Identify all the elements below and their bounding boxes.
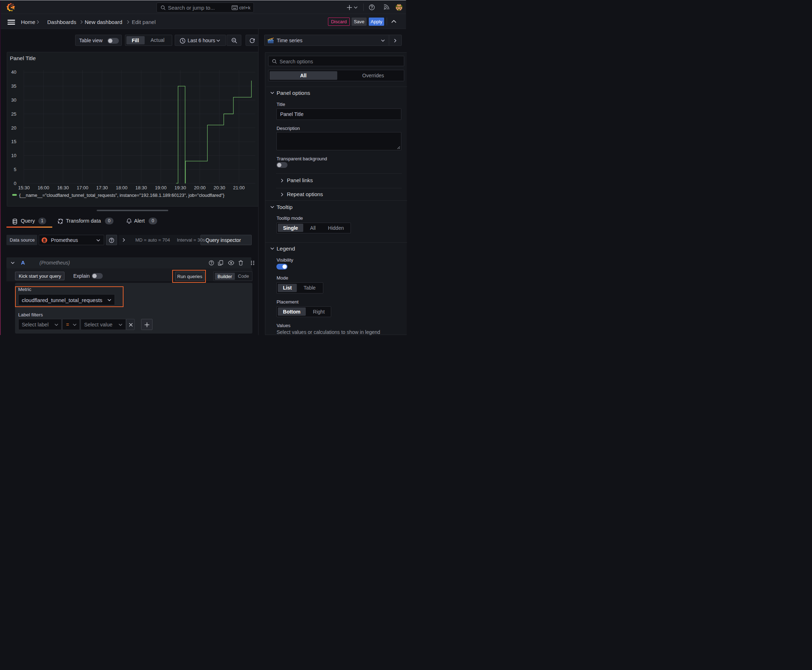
svg-text:25: 25 — [11, 111, 16, 117]
svg-text:0: 0 — [14, 181, 17, 186]
svg-text:19:30: 19:30 — [175, 185, 186, 190]
svg-text:40: 40 — [11, 69, 16, 75]
svg-text:20: 20 — [11, 125, 16, 130]
svg-text:18:30: 18:30 — [135, 185, 147, 190]
svg-text:19:00: 19:00 — [155, 185, 167, 190]
svg-text:18:00: 18:00 — [116, 185, 127, 190]
svg-text:35: 35 — [11, 83, 16, 89]
svg-text:20:00: 20:00 — [194, 185, 206, 190]
svg-text:5: 5 — [14, 167, 17, 172]
svg-text:16:00: 16:00 — [37, 185, 49, 190]
svg-text:17:00: 17:00 — [76, 185, 88, 190]
svg-text:15: 15 — [11, 139, 16, 144]
svg-text:10: 10 — [11, 153, 16, 158]
svg-text:15:30: 15:30 — [18, 185, 30, 190]
svg-text:21:00: 21:00 — [233, 185, 245, 190]
svg-text:16:30: 16:30 — [57, 185, 69, 190]
svg-text:20:30: 20:30 — [214, 185, 225, 190]
svg-text:30: 30 — [11, 97, 16, 103]
svg-text:17:30: 17:30 — [96, 185, 108, 190]
